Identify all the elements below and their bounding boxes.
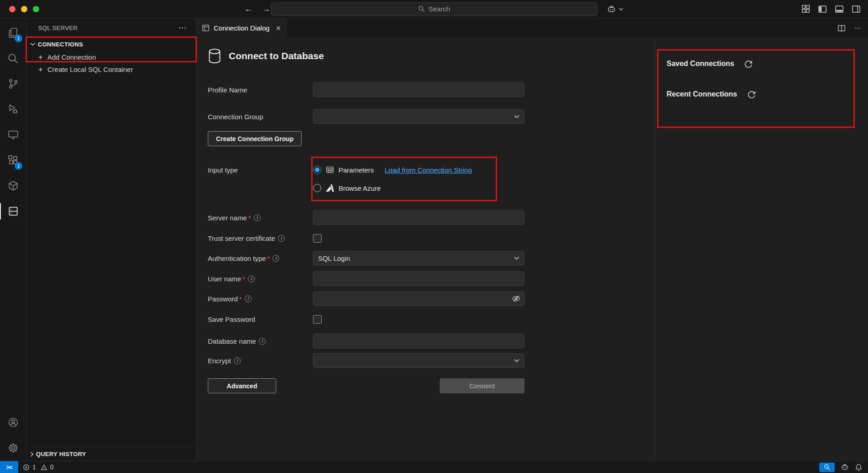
activity-containers[interactable]: [0, 173, 26, 198]
main-area: 1: [0, 18, 868, 461]
editor-group: Connection Dialog × ⋯: [196, 18, 868, 461]
back-button[interactable]: ←: [244, 4, 253, 14]
required-marker: *: [267, 254, 270, 262]
copilot-icon: [607, 5, 616, 14]
info-icon: [278, 235, 285, 242]
load-from-connection-string-link[interactable]: Load from Connection String: [385, 166, 472, 174]
parameters-table-icon: [326, 166, 334, 174]
customize-layout-icon[interactable]: [801, 5, 810, 13]
history-navigation: ← →: [244, 4, 271, 14]
more-actions-icon[interactable]: ⋯: [854, 24, 861, 32]
connection-dialog-form: Connect to Database Profile Name Connect…: [196, 38, 655, 461]
form-actions-row: Advanced Connect: [208, 378, 524, 393]
password-input[interactable]: [313, 291, 524, 306]
profile-name-row: Profile Name: [208, 82, 524, 97]
warning-count: 0: [50, 463, 54, 471]
azure-icon: [326, 184, 334, 192]
input-type-radio-group: Parameters Load from Connection String B…: [313, 162, 472, 196]
tab-bar: Connection Dialog × ⋯: [196, 18, 868, 38]
maximize-window-button[interactable]: [33, 6, 39, 12]
activity-accounts[interactable]: [0, 410, 26, 435]
browse-azure-radio[interactable]: [313, 184, 321, 192]
server-name-input[interactable]: [313, 210, 524, 225]
database-name-input[interactable]: [313, 334, 524, 348]
trust-server-certificate-checkbox[interactable]: [313, 234, 322, 243]
password-input-wrap: [313, 291, 524, 306]
copilot-status-icon[interactable]: [841, 463, 849, 471]
create-connection-group-button[interactable]: Create Connection Group: [208, 131, 302, 146]
activity-remote-explorer[interactable]: [0, 122, 26, 147]
activity-source-control[interactable]: [0, 71, 26, 97]
advanced-button[interactable]: Advanced: [208, 378, 276, 393]
notifications-bell-icon[interactable]: [855, 463, 863, 471]
editor-actions: ⋯: [837, 18, 868, 38]
search-icon: [418, 5, 425, 12]
activity-bar-spacer: [0, 224, 26, 410]
save-password-checkbox[interactable]: [313, 315, 322, 324]
info-icon: [272, 255, 279, 262]
command-center-search[interactable]: Search: [271, 2, 597, 16]
authentication-type-row: Authentication type * SQL Login: [208, 251, 524, 265]
chevron-down-icon: [619, 8, 623, 10]
user-name-input[interactable]: [313, 271, 524, 286]
activity-run-debug[interactable]: [0, 97, 26, 122]
connections-section-header[interactable]: CONNECTIONS: [26, 37, 196, 51]
database-name-row: Database name: [208, 334, 524, 348]
connect-button[interactable]: Connect: [440, 378, 524, 393]
window-controls: [9, 6, 39, 12]
info-icon: [234, 357, 241, 364]
info-icon: [245, 295, 252, 302]
activity-search[interactable]: [0, 46, 26, 71]
minimize-window-button[interactable]: [21, 6, 27, 12]
trust-server-certificate-label: Trust server certificate: [208, 234, 313, 242]
toggle-password-visibility-icon[interactable]: [512, 295, 520, 303]
tab-connection-dialog[interactable]: Connection Dialog ×: [196, 18, 287, 38]
required-marker: *: [248, 214, 251, 222]
copilot-menu-button[interactable]: [607, 5, 623, 14]
query-history-section-header[interactable]: QUERY HISTORY: [26, 447, 196, 461]
toggle-sidebar-right-icon[interactable]: [852, 5, 861, 14]
toggle-panel-icon[interactable]: [835, 5, 844, 14]
activity-settings[interactable]: [0, 435, 26, 461]
split-editor-icon[interactable]: [837, 24, 846, 32]
server-name-label: Server name *: [208, 214, 313, 222]
layout-controls: [801, 5, 861, 14]
zoom-status-button[interactable]: [819, 463, 835, 472]
forward-button[interactable]: →: [262, 4, 271, 14]
refresh-recent-connections-icon[interactable]: [747, 90, 756, 99]
connection-group-select[interactable]: [313, 109, 524, 124]
plus-icon: +: [37, 65, 44, 74]
parameters-radio[interactable]: [313, 166, 321, 174]
remote-indicator[interactable]: ><: [0, 461, 18, 473]
editor-body: Connect to Database Profile Name Connect…: [196, 38, 868, 461]
activity-extensions[interactable]: 1: [0, 147, 26, 173]
close-window-button[interactable]: [9, 6, 15, 12]
form: Profile Name Connection Group: [208, 82, 524, 393]
tab-title: Connection Dialog: [214, 24, 270, 32]
error-icon: [23, 464, 30, 471]
run-debug-icon: [7, 103, 19, 115]
problems-status[interactable]: 1 0: [23, 461, 56, 473]
sidebar-item-create-local-sql-container[interactable]: + Create Local SQL Container: [26, 63, 196, 76]
sidebar-item-add-connection[interactable]: + Add Connection: [26, 51, 196, 63]
required-marker: *: [239, 295, 242, 303]
connection-group-label: Connection Group: [208, 113, 313, 121]
tab-close-button[interactable]: ×: [276, 24, 281, 32]
refresh-saved-connections-icon[interactable]: [744, 60, 753, 68]
activity-explorer[interactable]: 1: [0, 20, 26, 46]
activity-bar: 1: [0, 18, 26, 461]
sidebar-more-actions-button[interactable]: ⋯: [179, 24, 187, 32]
authentication-type-select[interactable]: SQL Login: [313, 251, 524, 265]
chevron-down-icon: [514, 115, 519, 118]
plus-icon: +: [37, 53, 44, 62]
connections-section-label: CONNECTIONS: [38, 41, 83, 48]
profile-name-input[interactable]: [313, 82, 524, 97]
encrypt-select[interactable]: [313, 353, 524, 368]
gear-icon: [7, 442, 19, 454]
saved-connections-title: Saved Connections: [667, 60, 734, 68]
activity-sql-server[interactable]: [0, 198, 26, 224]
info-icon: [254, 214, 261, 221]
status-right: [819, 463, 863, 472]
chevron-right-icon: [30, 452, 34, 457]
toggle-sidebar-left-icon[interactable]: [818, 5, 827, 14]
